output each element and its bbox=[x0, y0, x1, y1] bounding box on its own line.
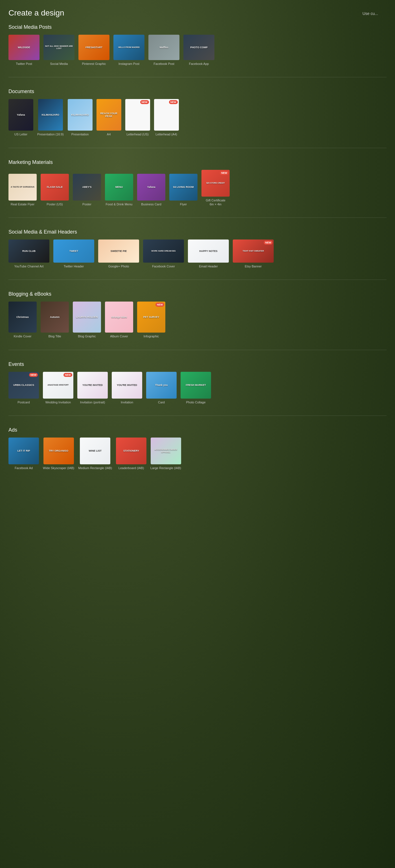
item-label-wide-skyscraper: Wide Skyscraper (IAB) bbox=[43, 466, 74, 470]
new-badge-etsy-banner: NEW bbox=[264, 241, 273, 245]
item-label-instagram-post: Instagram Post bbox=[119, 62, 140, 66]
item-label-presentation-169: Presentation (16:9) bbox=[37, 132, 64, 136]
item-album-cover[interactable]: strange talesAlbum Cover bbox=[105, 302, 133, 338]
item-label-kindle-cover: Kindle Cover bbox=[14, 334, 32, 338]
item-label-youtube-channel-art: YouTube Channel Art bbox=[14, 264, 44, 268]
item-gift-certificate[interactable]: NEW$20 STORE CREDITGift Certificate 6in … bbox=[202, 170, 230, 207]
section-title-marketing-materials: Marketing Materials bbox=[8, 154, 387, 165]
item-etsy-banner[interactable]: NEWTIGHT KNIT SWEATEREtsy Banner bbox=[233, 240, 274, 268]
item-kindle-cover[interactable]: ChristmasKindle Cover bbox=[8, 302, 37, 338]
item-label-us-letter: US Letter bbox=[14, 132, 27, 136]
thumb-text-blog-title: Autumn bbox=[49, 314, 61, 320]
item-business-card[interactable]: YafanaBusiness Card bbox=[137, 174, 165, 206]
item-label-leaderboard: Leaderboard (IAB) bbox=[119, 466, 144, 470]
thumb-text-invitation: YOU'RE INVITED bbox=[116, 382, 138, 388]
item-presentation-169[interactable]: KILIMANJAROPresentation (16:9) bbox=[37, 99, 64, 136]
item-youtube-channel-art[interactable]: RUN CLUBYouTube Channel Art bbox=[8, 240, 49, 268]
item-pinterest-graphic[interactable]: FRESHSTARTPinterest Graphic bbox=[79, 35, 110, 66]
item-label-wedding-invitation: Wedding Invitation bbox=[45, 400, 71, 404]
item-label-album-cover: Album Cover bbox=[110, 334, 128, 338]
items-row-marketing-materials: A TASTE OF GORGEOUSReal Estate FlyerFLAS… bbox=[8, 170, 387, 207]
thumb-text-leaderboard: STATIONERY bbox=[122, 448, 140, 454]
item-label-gift-certificate: Gift Certificate 6in × 4in bbox=[206, 198, 225, 207]
item-letterhead-a4[interactable]: NEWLetterhead (A4) bbox=[154, 99, 179, 136]
item-facebook-post[interactable]: WafflesFacebook Post bbox=[148, 35, 179, 66]
thumb-text-card: Thank you bbox=[154, 382, 169, 388]
item-large-rectangle[interactable]: ACCESSORIES CHOICE APPARELLarge Rectangl… bbox=[150, 437, 181, 470]
thumb-text-blog-graphic: LAURYN HOLDEN bbox=[75, 314, 99, 320]
section-title-blogging-ebooks: Blogging & eBooks bbox=[8, 285, 387, 297]
item-a4[interactable]: REACH YOUR PEAKA4 bbox=[96, 99, 121, 136]
item-us-letter[interactable]: YafanaUS Letter bbox=[8, 99, 33, 136]
items-row-social-media-posts: WILDSIDETwitter PostNOT ALL WHO WANDER A… bbox=[8, 35, 387, 66]
item-twitter-post[interactable]: WILDSIDETwitter Post bbox=[8, 35, 39, 66]
item-facebook-cover[interactable]: WORK HARD DREAM BIGFacebook Cover bbox=[143, 240, 184, 268]
item-poster-us[interactable]: FLASH SALEPoster (US) bbox=[41, 174, 69, 206]
items-row-social-email-headers: RUN CLUBYouTube Channel ArtTWEETTwitter … bbox=[8, 240, 387, 268]
new-badge-letterhead-a4: NEW bbox=[169, 100, 178, 104]
item-letterhead-us[interactable]: NEWLetterhead (US) bbox=[125, 99, 150, 136]
item-leaderboard[interactable]: STATIONERYLeaderboard (IAB) bbox=[116, 437, 146, 470]
item-wide-skyscraper[interactable]: TRY ORGANISOWide Skyscraper (IAB) bbox=[43, 437, 74, 470]
thumb-text-facebook-post: Waffles bbox=[158, 45, 170, 50]
thumb-text-twitter-post: WILDSIDE bbox=[17, 45, 31, 50]
item-invitation-portrait[interactable]: YOU'RE INVITEDInvitation (portrait) bbox=[77, 372, 108, 404]
new-badge-letterhead-us: NEW bbox=[140, 100, 149, 104]
item-infographic[interactable]: NEWPET SURVEYInfographic bbox=[137, 302, 165, 338]
item-poster[interactable]: ABEY'SPoster bbox=[73, 174, 101, 206]
thumb-text-infographic: PET SURVEY bbox=[142, 314, 160, 320]
items-row-ads: LET IT RIPFacebook AdTRY ORGANISOWide Sk… bbox=[8, 437, 387, 470]
item-email-header[interactable]: HAPPY NOTESEmail Header bbox=[188, 240, 229, 268]
item-real-estate-flyer[interactable]: A TASTE OF GORGEOUSReal Estate Flyer bbox=[8, 174, 37, 206]
thumb-text-invitation-portrait: YOU'RE INVITED bbox=[81, 382, 104, 388]
item-flyer[interactable]: 04 LIVING ROOMFlyer bbox=[169, 174, 198, 206]
section-social-email-headers: Social Media & Email HeadersRUN CLUBYouT… bbox=[8, 217, 387, 268]
thumb-text-business-card: Yafana bbox=[146, 185, 156, 190]
new-badge-gift-certificate: NEW bbox=[220, 171, 229, 175]
item-photo-collage[interactable]: FRESH MARKETPhoto Collage bbox=[181, 372, 211, 404]
item-label-postcard: Postcard bbox=[18, 400, 30, 404]
item-instagram-post[interactable]: HELLO FROM MADRIDInstagram Post bbox=[114, 35, 145, 66]
use-custom-button[interactable]: Use cu... bbox=[363, 11, 378, 16]
item-facebook-ad[interactable]: LET IT RIPFacebook Ad bbox=[8, 437, 39, 470]
new-badge-postcard: NEW bbox=[29, 373, 38, 377]
item-social-media[interactable]: NOT ALL WHO WANDER ARE LOSTSocial Media bbox=[43, 35, 74, 66]
item-blog-title[interactable]: AutumnBlog Title bbox=[41, 302, 69, 338]
thumb-text-album-cover: strange tales bbox=[110, 314, 128, 320]
item-wedding-invitation[interactable]: NEWANASTASE KRISTOFFWedding Invitation bbox=[43, 372, 73, 404]
section-title-documents: Documents bbox=[8, 83, 387, 94]
item-medium-rectangle[interactable]: WINE LISTMedium Rectangle (IAB) bbox=[78, 437, 112, 470]
item-food-drink-menu[interactable]: MENUFood & Drink Menu bbox=[105, 174, 133, 206]
thumb-text-pinterest-graphic: FRESHSTART bbox=[84, 45, 103, 50]
item-label-invitation: Invitation bbox=[121, 400, 133, 404]
item-blog-graphic[interactable]: LAURYN HOLDENBlog Graphic bbox=[73, 302, 101, 338]
thumb-text-a4: REACH YOUR PEAK bbox=[96, 111, 121, 119]
item-invitation[interactable]: YOU'RE INVITEDInvitation bbox=[112, 372, 142, 404]
item-label-letterhead-a4: Letterhead (A4) bbox=[155, 132, 177, 136]
items-row-blogging-ebooks: ChristmasKindle CoverAutumnBlog TitleLAU… bbox=[8, 302, 387, 338]
section-title-events: Events bbox=[8, 356, 387, 367]
item-google-plus-photo[interactable]: SWEETIE PIEGoogle+ Photo bbox=[98, 240, 139, 268]
thumb-text-google-plus-photo: SWEETIE PIE bbox=[110, 249, 128, 254]
thumb-text-facebook-cover: WORK HARD DREAM BIG bbox=[150, 249, 177, 253]
thumb-text-wedding-invitation: ANASTASE KRISTOFF bbox=[47, 383, 70, 387]
item-twitter-header[interactable]: TWEETTwitter Header bbox=[53, 240, 94, 268]
item-label-business-card: Business Card bbox=[141, 202, 161, 206]
new-badge-infographic: NEW bbox=[155, 303, 164, 307]
item-label-twitter-post: Twitter Post bbox=[16, 62, 32, 66]
thumb-text-real-estate-flyer: A TASTE OF GORGEOUS bbox=[9, 185, 35, 189]
item-presentation[interactable]: KILIMANJAROPresentation bbox=[68, 99, 93, 136]
item-label-facebook-ad: Facebook Ad bbox=[15, 466, 33, 470]
item-label-blog-graphic: Blog Graphic bbox=[78, 334, 96, 338]
item-label-facebook-cover: Facebook Cover bbox=[152, 264, 175, 268]
item-label-medium-rectangle: Medium Rectangle (IAB) bbox=[78, 466, 112, 470]
section-events: EventsNEWURBN CLASSICSPostcardNEWANASTAS… bbox=[8, 350, 387, 404]
thumb-text-youtube-channel-art: RUN CLUB bbox=[21, 249, 37, 254]
thumb-text-instagram-post: HELLO FROM MADRID bbox=[117, 45, 141, 50]
item-facebook-app[interactable]: PHOTO COMPFacebook App bbox=[183, 35, 214, 66]
item-postcard[interactable]: NEWURBN CLASSICSPostcard bbox=[8, 372, 39, 404]
item-label-google-plus-photo: Google+ Photo bbox=[108, 264, 129, 268]
item-label-etsy-banner: Etsy Banner bbox=[245, 264, 262, 268]
item-card[interactable]: Thank youCard bbox=[146, 372, 177, 404]
thumb-text-facebook-app: PHOTO COMP bbox=[189, 45, 209, 50]
